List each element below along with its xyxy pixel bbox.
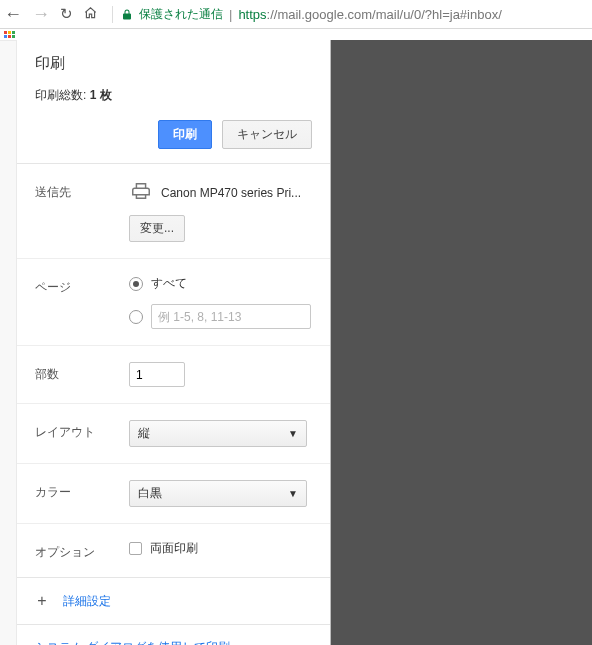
url-separator: | [229,7,232,22]
forward-icon: → [32,4,50,25]
color-label: カラー [35,480,129,501]
duplex-label: 両面印刷 [150,540,198,557]
address-bar[interactable]: 保護された通信 | https://mail.google.com/mail/u… [112,6,588,23]
caret-down-icon: ▼ [288,428,298,439]
duplex-checkbox[interactable] [129,542,142,555]
copies-input[interactable] [129,362,185,387]
layout-select[interactable]: 縦 ▼ [129,420,307,447]
layout-value: 縦 [138,425,150,442]
reload-icon[interactable]: ↻ [60,5,73,23]
apps-strip [0,29,592,40]
pages-all-radio[interactable] [129,277,143,291]
print-preview-area [331,40,592,645]
dialog-title: 印刷 [35,54,312,73]
destination-label: 送信先 [35,180,129,201]
color-select[interactable]: 白黒 ▼ [129,480,307,507]
more-settings-link[interactable]: 詳細設定 [63,593,111,610]
layout-label: レイアウト [35,420,129,441]
apps-icon[interactable] [4,31,19,40]
plus-icon[interactable]: + [35,592,49,610]
print-button[interactable]: 印刷 [158,120,212,149]
pages-range-radio[interactable] [129,310,143,324]
browser-toolbar: ← → ↻ 保護された通信 | https://mail.google.com/… [0,0,592,29]
pages-all-label: すべて [151,275,187,292]
change-printer-button[interactable]: 変更... [129,215,185,242]
copies-label: 部数 [35,362,129,383]
pages-label: ページ [35,275,129,296]
url-text: https://mail.google.com/mail/u/0/?hl=ja#… [238,7,501,22]
lock-icon [121,8,133,21]
system-dialog-link[interactable]: システム ダイアログを使用して印刷... [35,639,312,645]
print-dialog: 印刷 印刷総数: 1 枚 印刷 キャンセル 送信先 Canon MP470 se… [17,40,331,645]
cancel-button[interactable]: キャンセル [222,120,312,149]
caret-down-icon: ▼ [288,488,298,499]
home-icon[interactable] [83,6,98,23]
color-value: 白黒 [138,485,162,502]
options-label: オプション [35,540,129,561]
left-gutter [0,40,17,645]
printer-name: Canon MP470 series Pri... [161,186,301,200]
printer-icon [129,180,153,205]
secure-label: 保護された通信 [139,6,223,23]
back-icon[interactable]: ← [4,4,22,25]
pages-range-input[interactable] [151,304,311,329]
total-sheets: 印刷総数: 1 枚 [35,87,312,104]
